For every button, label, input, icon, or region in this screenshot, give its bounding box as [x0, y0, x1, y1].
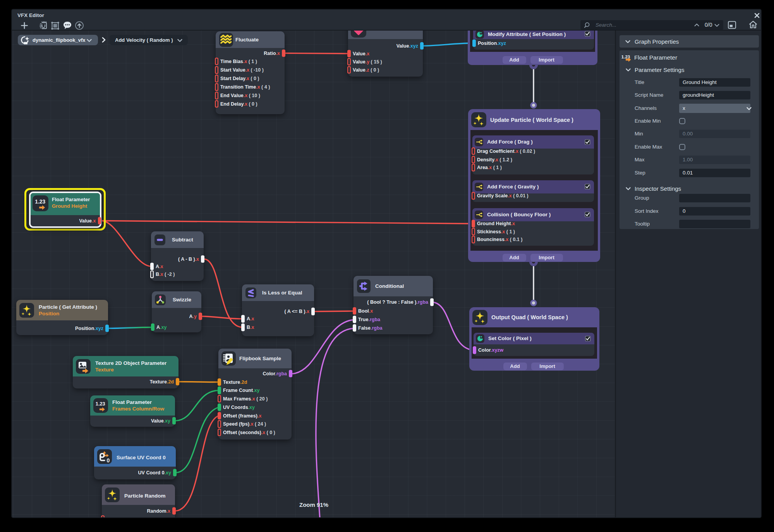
svg-text:1.23: 1.23 [96, 401, 105, 407]
svg-text:1.23: 1.23 [35, 199, 45, 205]
svg-text:0: 0 [107, 457, 110, 464]
